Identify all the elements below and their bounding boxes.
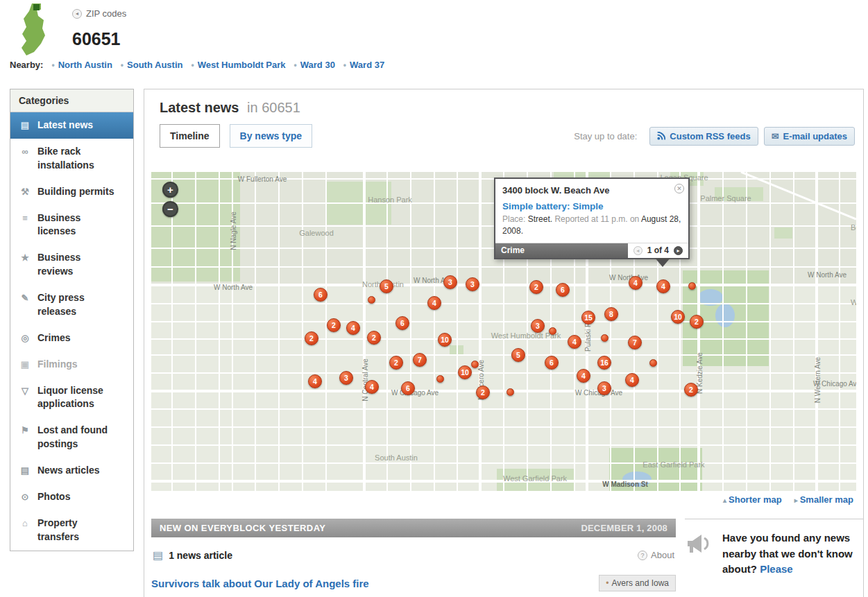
popup-headline-link[interactable]: Simple battery: Simple: [502, 201, 604, 211]
zoom-in-button[interactable]: +: [162, 182, 178, 198]
map-marker[interactable]: 10: [458, 365, 472, 379]
popup-footer: Crime ◂ 1 of 4 ▸: [495, 243, 688, 258]
map-marker[interactable]: 3: [597, 381, 611, 395]
sidebar-item-business-licenses[interactable]: ≡Business licenses: [10, 205, 133, 245]
map-marker[interactable]: 4: [346, 321, 360, 335]
map-marker[interactable]: 2: [690, 315, 704, 329]
map-marker[interactable]: 3: [466, 277, 479, 291]
map-marker[interactable]: 6: [401, 381, 415, 395]
sidebar-item-property-transfers[interactable]: ⌂Property transfers: [10, 510, 133, 551]
map-marker[interactable]: 6: [395, 316, 409, 330]
map-marker[interactable]: [601, 334, 609, 342]
map-marker[interactable]: 6: [556, 283, 570, 297]
map-marker[interactable]: 4: [308, 374, 322, 388]
sidebar-item-crimes[interactable]: ◎Crimes: [10, 325, 133, 352]
map-marker[interactable]: 7: [413, 353, 427, 367]
tab-timeline[interactable]: Timeline: [160, 124, 220, 148]
sidebar-item-label: City press releases: [37, 291, 115, 319]
map-marker[interactable]: 3: [531, 319, 545, 333]
map-marker[interactable]: 2: [476, 386, 490, 399]
sidebar-item-lost-and-found-postings[interactable]: ⚑Lost and found postings: [10, 417, 133, 458]
back-arrow-icon: ◂: [72, 9, 82, 19]
map-marker[interactable]: 2: [305, 331, 318, 345]
map-marker[interactable]: 5: [380, 279, 393, 293]
map-marker[interactable]: 15: [581, 311, 595, 325]
envelope-icon: ✉: [772, 131, 779, 141]
map-marker[interactable]: 4: [568, 335, 581, 349]
map-marker[interactable]: [688, 282, 696, 290]
custom-rss-feeds-button[interactable]: Custom RSS feeds: [649, 127, 758, 146]
tools-icon: ⚒: [19, 185, 31, 198]
popup-tail: [655, 258, 670, 267]
map-marker[interactable]: 2: [327, 318, 341, 332]
article-headline-link[interactable]: Survivors talk about Our Lady of Angels …: [151, 578, 369, 589]
map-street-label: W North Ave: [214, 284, 253, 291]
sidebar-item-liquor-license-applications[interactable]: ▽Liquor license applications: [10, 378, 133, 418]
map-marker[interactable]: 10: [671, 310, 685, 324]
tab-by-news-type[interactable]: By news type: [230, 124, 312, 148]
sidebar-item-building-permits[interactable]: ⚒Building permits: [10, 179, 133, 205]
map-marker[interactable]: 4: [656, 279, 670, 293]
location-tag-label: Avers and Iowa: [612, 578, 670, 588]
pager-prev-icon[interactable]: ◂: [633, 246, 643, 255]
sidebar-item-news-articles[interactable]: ▤News articles: [10, 458, 133, 484]
tab-row: Timeline By news type Stay up to date: C…: [160, 124, 855, 148]
about-link[interactable]: ? About: [638, 550, 674, 560]
heading-suffix: in 60651: [247, 100, 300, 115]
newspaper-icon: ▤: [19, 464, 31, 477]
map-marker[interactable]: 6: [545, 356, 559, 370]
flag-icon: ⚑: [19, 424, 31, 437]
shorter-map-link[interactable]: ▴Shorter map: [723, 494, 782, 505]
map-marker[interactable]: 4: [427, 296, 441, 310]
sidebar-item-label: Building permits: [37, 185, 115, 199]
map-marker[interactable]: 2: [367, 331, 381, 345]
sidebar-item-city-press-releases[interactable]: ✎City press releases: [10, 285, 133, 325]
map-marker[interactable]: 8: [604, 307, 618, 321]
map-place-label: Bucktown: [851, 223, 856, 232]
breadcrumb-zip-codes-link[interactable]: ZIP codes: [86, 8, 126, 19]
smaller-map-link[interactable]: ▸Smaller map: [794, 494, 853, 505]
map-marker[interactable]: [471, 361, 479, 368]
map-marker[interactable]: 4: [625, 373, 639, 387]
map-marker[interactable]: 6: [314, 288, 327, 302]
callout-please-link[interactable]: Please: [760, 563, 793, 575]
news-map[interactable]: W Fullerton AveHanson ParkLogan SquarePa…: [151, 172, 856, 491]
map-marker[interactable]: [507, 388, 514, 396]
map-marker[interactable]: [649, 359, 657, 367]
map-marker[interactable]: 4: [577, 369, 590, 383]
nearby-link-west-humboldt-park[interactable]: West Humboldt Park: [198, 60, 286, 70]
nearby-link-ward-37[interactable]: Ward 37: [350, 60, 384, 70]
map-marker[interactable]: 4: [365, 380, 379, 394]
map-marker[interactable]: 2: [529, 280, 543, 294]
map-marker[interactable]: [436, 375, 444, 383]
map-marker[interactable]: 3: [339, 371, 353, 385]
map-marker[interactable]: 5: [511, 348, 525, 362]
sidebar-item-label: Property transfers: [37, 517, 115, 544]
map-marker[interactable]: 7: [628, 336, 642, 349]
map-marker[interactable]: 2: [684, 383, 698, 397]
map-marker[interactable]: 16: [597, 356, 611, 370]
map-street-label: W Chicago Ave: [391, 389, 439, 397]
map-marker[interactable]: 4: [629, 276, 643, 290]
nearby-link-south-austin[interactable]: South Austin: [127, 60, 182, 70]
zoom-out-button[interactable]: −: [162, 201, 178, 217]
close-icon[interactable]: ✕: [674, 184, 684, 193]
sidebar-item-photos[interactable]: ⊙Photos: [10, 484, 133, 510]
press-release-icon: ✎: [19, 291, 31, 304]
map-marker[interactable]: 2: [389, 356, 403, 370]
location-tag[interactable]: •Avers and Iowa: [599, 575, 676, 591]
sidebar-item-label: Latest news: [37, 119, 115, 132]
nearby-link-north-austin[interactable]: North Austin: [58, 60, 112, 70]
sidebar-item-latest-news[interactable]: ▤Latest news: [10, 112, 133, 139]
sidebar-item-bike-rack-installations[interactable]: ∞Bike rack installations: [10, 139, 133, 179]
sidebar-item-business-reviews[interactable]: ★Business reviews: [10, 245, 133, 285]
map-marker[interactable]: [368, 296, 375, 304]
pager-next-icon[interactable]: ▸: [674, 246, 683, 255]
popup-title: 3400 block W. Beach Ave: [495, 179, 688, 198]
map-marker[interactable]: 10: [438, 333, 452, 347]
nearby-link-ward-30[interactable]: Ward 30: [300, 60, 335, 70]
map-marker[interactable]: 3: [443, 275, 457, 289]
map-place-label: South Austin: [375, 453, 418, 462]
email-updates-button[interactable]: ✉ E-mail updates: [764, 127, 855, 146]
map-marker[interactable]: [549, 327, 556, 335]
